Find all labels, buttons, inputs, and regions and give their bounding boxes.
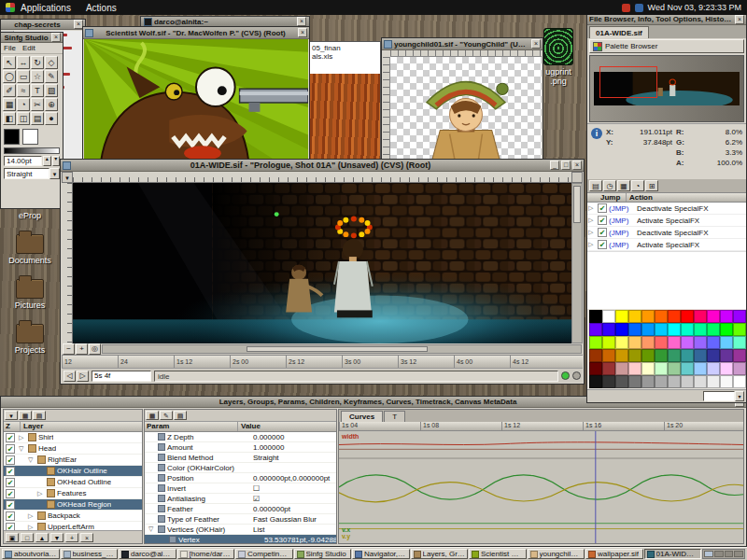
vertical-scrollbar[interactable] — [571, 183, 583, 343]
palette-swatch[interactable] — [668, 310, 681, 323]
tool-button[interactable]: ◫ — [17, 112, 30, 125]
close-icon[interactable]: × — [297, 17, 306, 26]
layer-row[interactable]: ✔ ▽ RightEar — [4, 455, 142, 466]
palette-swatch[interactable] — [641, 323, 655, 336]
palette-swatch[interactable] — [589, 336, 602, 349]
palette-swatch[interactable] — [668, 323, 681, 336]
workspace-3[interactable] — [725, 551, 734, 557]
palette-swatch[interactable] — [733, 362, 746, 375]
workspace-4[interactable] — [734, 551, 743, 557]
palette-swatch[interactable] — [707, 310, 720, 323]
blue-indicator-icon[interactable] — [635, 4, 643, 12]
gradient-preview[interactable] — [4, 147, 60, 154]
current-time-field[interactable] — [92, 371, 151, 382]
history-checkbox[interactable]: ✔ — [598, 240, 607, 249]
layer-visibility-checkbox[interactable]: ✔ — [6, 455, 15, 465]
palette-swatch[interactable] — [628, 336, 641, 349]
tool-button[interactable]: ✂ — [31, 98, 44, 111]
workspace-1[interactable] — [704, 551, 713, 557]
close-icon[interactable]: × — [735, 15, 744, 24]
palette-swatch[interactable] — [628, 375, 641, 388]
curves-graph[interactable]: widthv.xv.y — [339, 431, 743, 543]
palette-swatch[interactable] — [681, 336, 694, 349]
param-value[interactable]: 0.000000pt — [251, 505, 336, 513]
minimize-icon[interactable]: _ — [550, 161, 559, 170]
palette-swatch[interactable] — [655, 362, 668, 375]
palette-swatch[interactable] — [681, 375, 694, 388]
taskbar-window-button[interactable]: darco@alnita — [119, 549, 176, 559]
palette-swatch[interactable] — [707, 375, 720, 388]
param-value[interactable]: 0.000000pt,0.000000pt — [251, 474, 336, 483]
palette-swatch[interactable] — [641, 336, 655, 349]
foreground-color-swatch[interactable] — [4, 129, 20, 145]
desktop-icon[interactable]: Projects — [15, 324, 46, 355]
palette-swatch[interactable] — [694, 310, 707, 323]
workspace-2[interactable] — [714, 551, 724, 557]
palette-swatch[interactable] — [628, 362, 641, 375]
curves-tab[interactable]: Curves — [341, 411, 383, 422]
desktop-icon[interactable]: eProp — [19, 211, 41, 220]
expander-icon[interactable]: ▷ — [37, 490, 45, 497]
file-list-item[interactable]: 05_finan — [312, 44, 377, 52]
palette-swatch[interactable] — [628, 349, 641, 362]
history-jump-column[interactable]: Jump — [587, 193, 627, 202]
menu-item[interactable]: File — [4, 44, 16, 52]
palette-swatch[interactable] — [733, 375, 746, 388]
layer-visibility-checkbox[interactable]: ✔ — [6, 511, 15, 521]
palette-swatch[interactable] — [655, 336, 668, 349]
palette-swatch[interactable] — [602, 375, 615, 388]
expander-icon[interactable]: ▷ — [28, 524, 35, 531]
spinner-up-icon[interactable]: ▴ — [43, 156, 50, 166]
expander-icon[interactable]: ▽ — [19, 445, 26, 453]
layers-footer-icon[interactable]: □ — [21, 533, 34, 542]
palette-swatch[interactable] — [655, 349, 668, 362]
tool-button[interactable]: ↻ — [31, 56, 44, 69]
palette-swatch[interactable] — [615, 362, 628, 375]
layer-visibility-checkbox[interactable]: ✔ — [6, 467, 15, 476]
secondary-lamp-icon[interactable] — [572, 371, 581, 380]
params-toolbar-icon[interactable]: ▦ — [146, 411, 159, 420]
history-jump-link[interactable]: (JMP) — [609, 217, 635, 225]
param-value[interactable]: ☑ — [251, 495, 336, 503]
palette-swatch[interactable] — [720, 375, 733, 388]
background-color-swatch[interactable] — [22, 129, 38, 145]
expander-icon[interactable]: ▽ — [148, 525, 156, 533]
history-jump-link[interactable]: (JMP) — [609, 204, 635, 213]
palette-swatch[interactable] — [681, 362, 694, 375]
palette-swatch[interactable] — [668, 349, 681, 362]
taskbar-window-button[interactable]: [home/darco] — [177, 549, 235, 559]
history-checkbox[interactable]: ✔ — [598, 228, 607, 237]
palette-swatch[interactable] — [668, 336, 681, 349]
palette-browser-button[interactable]: Palette Browser — [589, 39, 744, 53]
palette-swatch[interactable] — [615, 310, 628, 323]
palette-swatch[interactable] — [733, 349, 746, 362]
palette-swatch[interactable] — [720, 310, 733, 323]
panel-tab-icon[interactable]: ▤ — [589, 180, 602, 191]
palette-swatch[interactable] — [733, 310, 746, 323]
panel-menu-item[interactable]: Actions — [86, 3, 117, 13]
tool-button[interactable]: ▤ — [31, 112, 44, 125]
history-checkbox[interactable]: ✔ — [598, 216, 607, 225]
param-row[interactable]: Blend Method Straight — [145, 453, 336, 463]
panel-menu-item[interactable]: Applications — [21, 3, 71, 13]
ruler-corner-button[interactable] — [571, 172, 583, 183]
palette-swatch[interactable] — [668, 362, 681, 375]
param-row[interactable]: Type of Feather Fast Gaussian Blur — [145, 514, 336, 525]
navigator-selection-rect[interactable] — [599, 66, 657, 98]
history-jump-link[interactable]: (JMP) — [609, 229, 635, 237]
expander-icon[interactable]: ▷ — [28, 512, 35, 520]
layers-toolbar-icon[interactable]: ▤ — [33, 411, 46, 420]
layer-row[interactable]: ✔ ▷ UpperLeftArm — [4, 522, 142, 530]
palette-swatch[interactable] — [655, 375, 668, 388]
params-toolbar-icon[interactable]: ✎ — [160, 411, 173, 420]
history-jump-link[interactable]: (JMP) — [609, 241, 635, 249]
palette-swatch[interactable] — [602, 349, 615, 362]
layer-column-header[interactable]: Layer — [21, 422, 142, 431]
spinner-down-icon[interactable]: ▾ — [52, 156, 60, 166]
palette-swatch[interactable] — [681, 323, 694, 336]
layer-visibility-checkbox[interactable]: ✔ — [6, 523, 15, 531]
palette-swatch[interactable] — [694, 349, 707, 362]
panel-tab-icon[interactable]: ◔ — [631, 180, 644, 191]
palette-select-combo[interactable]: ▾ — [703, 391, 744, 401]
blend-method-combo[interactable]: Straight ▾ — [4, 168, 60, 179]
